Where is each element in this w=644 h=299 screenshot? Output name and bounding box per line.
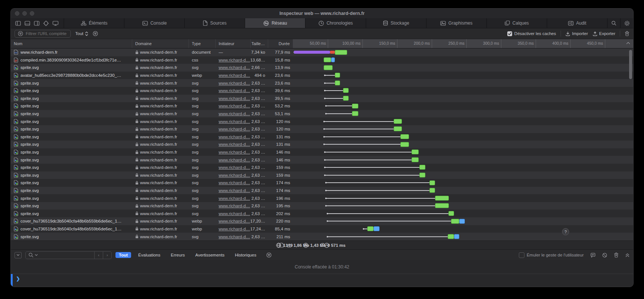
console-filter-historiques[interactable]: Historiques [232, 252, 260, 258]
previous-result-button[interactable]: ‹ [94, 252, 103, 259]
console-sessions-button[interactable] [15, 252, 22, 258]
url-filter-input[interactable] [25, 31, 67, 36]
console-filter-erreurs[interactable]: Erreurs [168, 252, 188, 258]
clear-console-icon[interactable] [602, 253, 607, 258]
tab-sources[interactable]: Sources [184, 18, 245, 28]
table-row[interactable]: sprite.svgwww.richard-dern.frsvgwww.rich… [11, 187, 633, 195]
initiator-link[interactable]: www.richard-d… [219, 88, 250, 93]
search-button[interactable] [607, 18, 620, 28]
table-row[interactable]: avatar_hu85ecc3e298728880b0bde2dcc4e5c23… [11, 72, 633, 79]
panel-left-icon[interactable] [15, 21, 21, 26]
table-row[interactable]: sprite.svgwww.richard-dern.frsvgwww.rich… [11, 194, 633, 202]
console-filter-avertissements[interactable]: Avertissements [192, 252, 228, 258]
table-row[interactable]: sprite.svgwww.richard-dern.frsvgwww.rich… [11, 233, 633, 240]
next-result-button[interactable]: › [103, 252, 111, 259]
table-row[interactable]: sprite.svgwww.richard-dern.frsvgwww.rich… [11, 179, 633, 187]
column-header-duree[interactable]: Durée [268, 39, 293, 48]
console-filter-tout[interactable]: Tout [115, 252, 131, 258]
tab-layers[interactable]: Calques [486, 18, 547, 28]
tab-elements[interactable]: Éléments [64, 18, 124, 28]
vertical-scrollbar[interactable] [629, 50, 632, 79]
table-row[interactable]: sprite.svgwww.richard-dern.frsvgwww.rich… [11, 164, 633, 171]
table-row[interactable]: cover_hu736519dc3b5040cfa48b6b559b6de6ec… [11, 217, 633, 225]
table-row[interactable]: sprite.svgwww.richard-dern.frsvgwww.rich… [11, 171, 633, 179]
table-row[interactable]: sprite.svgwww.richard-dern.frsvgwww.rich… [11, 102, 633, 110]
column-header-nom[interactable]: Nom [11, 39, 132, 48]
initiator-link[interactable]: www.richard-d… [219, 173, 250, 177]
export-button[interactable]: Exporter [593, 31, 615, 36]
settings-button[interactable] [620, 18, 633, 28]
initiator-link[interactable]: www.richard-d… [219, 135, 250, 139]
device-icon[interactable] [53, 21, 58, 26]
table-row[interactable]: sprite.svgwww.richard-dern.frsvgwww.rich… [11, 79, 633, 87]
table-row[interactable]: sprite.svgwww.richard-dern.frsvgwww.rich… [11, 95, 633, 103]
initiator-link[interactable]: www.richard-d… [219, 219, 250, 223]
initiator-link[interactable]: www.richard-d… [219, 196, 250, 201]
timeline-header[interactable]: 50,00 ms100,00 ms150,0 ms200,0 ms250,0 m… [293, 39, 633, 48]
resource-scope-dropdown[interactable]: Tout [75, 31, 88, 36]
clear-network-trash-icon[interactable] [625, 31, 629, 36]
column-header-type[interactable]: Type [189, 39, 216, 48]
initiator-link[interactable]: www.richard-d… [219, 81, 250, 85]
initiator-link[interactable]: www.richard-d… [219, 104, 250, 108]
initiator-link[interactable]: www.richard-d… [219, 111, 250, 116]
table-row[interactable]: sprite.svgwww.richard-dern.frsvgwww.rich… [11, 110, 633, 118]
table-row[interactable]: www.richard-dern.frwww.richard-dern.frdo… [11, 48, 633, 56]
initiator-link[interactable]: www.richard-d… [219, 227, 250, 231]
column-header-domaine[interactable]: Domaine [132, 39, 189, 48]
console-search-input[interactable] [39, 252, 93, 258]
table-row[interactable]: sprite.svgwww.richard-dern.frsvgwww.rich… [11, 148, 633, 156]
url-filter-field[interactable] [15, 30, 71, 38]
import-button[interactable]: Importer [565, 31, 588, 36]
initiator-link[interactable]: www.richard-d… [219, 58, 250, 62]
table-row[interactable]: sprite.svgwww.richard-dern.frsvgwww.rich… [11, 125, 633, 133]
console-prompt[interactable]: ❯ [11, 274, 633, 287]
table-row[interactable]: cover_hu736519dc3b5040cfa48b6b559b6de6ec… [11, 225, 633, 233]
initiator-link[interactable]: www.richard-d… [219, 142, 250, 147]
column-header-initiateur[interactable]: Initiateur [216, 39, 251, 48]
initiator-link[interactable]: www.richard-d… [219, 65, 250, 70]
table-row[interactable]: sprite.svgwww.richard-dern.frsvgwww.rich… [11, 141, 633, 148]
tab-timelines[interactable]: Chronologies [305, 18, 365, 28]
emulate-user-gesture-checkbox[interactable]: Émuler le geste de l'utilisateur [519, 252, 584, 258]
initiator-link[interactable]: www.richard-d… [219, 188, 250, 193]
table-row[interactable]: compiled.min.38390909f303624ed9e1cf1bd3f… [11, 56, 633, 64]
table-row[interactable]: sprite.svgwww.richard-dern.frsvgwww.rich… [11, 133, 633, 141]
collapse-console-icon[interactable] [625, 253, 629, 257]
initiator-link[interactable]: www.richard-d… [219, 165, 250, 170]
panel-right-icon[interactable] [34, 21, 39, 26]
tab-graphics[interactable]: Graphismes [426, 18, 486, 28]
table-row[interactable]: sprite.svgwww.richard-dern.frsvgwww.rich… [11, 202, 633, 210]
filter-circle-icon[interactable] [93, 31, 98, 36]
table-row[interactable]: sprite.svgwww.richard-dern.frsvgwww.rich… [11, 117, 633, 125]
help-button[interactable]: ? [562, 228, 569, 235]
initiator-link[interactable]: www.richard-d… [219, 96, 250, 101]
filter-circle-icon[interactable] [266, 252, 272, 258]
initiator-link[interactable]: www.richard-d… [219, 73, 250, 78]
column-header-taille[interactable]: Taille… [251, 39, 268, 48]
console-messages-icon[interactable] [590, 253, 596, 258]
tab-network[interactable]: Réseau [245, 18, 305, 28]
target-icon[interactable] [43, 21, 49, 26]
table-row[interactable]: sprite.svgwww.richard-dern.frsvgwww.rich… [11, 64, 633, 72]
initiator-link[interactable]: www.richard-d… [219, 204, 250, 208]
console-filter-évaluations[interactable]: Évaluations [135, 252, 164, 258]
chevron-up-icon[interactable] [626, 42, 630, 44]
initiator-link[interactable]: www.richard-d… [219, 127, 250, 131]
initiator-link[interactable]: www.richard-d… [219, 180, 250, 185]
tab-console[interactable]: Console [124, 18, 184, 28]
disable-caches-checkbox[interactable]: Désactiver les caches [507, 31, 556, 36]
initiator-link[interactable]: www.richard-d… [219, 119, 250, 124]
panel-bottom-icon[interactable] [25, 21, 30, 26]
initiator-link[interactable]: www.richard-d… [219, 235, 250, 239]
table-row[interactable]: sprite.svgwww.richard-dern.frsvgwww.rich… [11, 210, 633, 217]
table-row[interactable]: sprite.svgwww.richard-dern.frsvgwww.rich… [11, 87, 633, 95]
table-row[interactable]: sprite.svgwww.richard-dern.frsvgwww.rich… [11, 156, 633, 164]
tab-storage[interactable]: Stockage [366, 18, 426, 28]
tab-audit[interactable]: Audit [547, 18, 607, 28]
initiator-link[interactable]: www.richard-d… [219, 158, 250, 162]
initiator-link[interactable]: www.richard-d… [219, 150, 250, 154]
weight-icon [287, 243, 292, 248]
trash-icon[interactable] [614, 252, 619, 258]
initiator-link[interactable]: www.richard-d… [219, 211, 250, 216]
